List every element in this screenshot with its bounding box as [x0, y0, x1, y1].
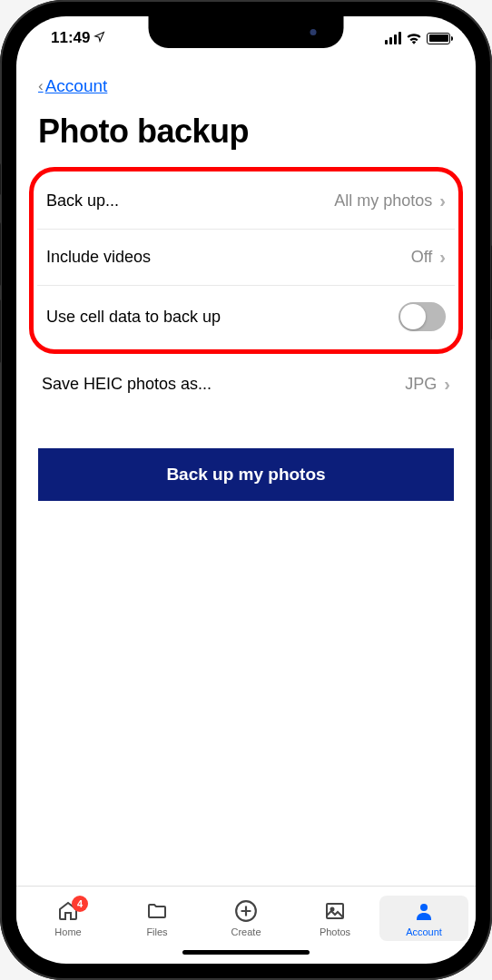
toggle-knob [400, 304, 426, 329]
setting-value: JPG [405, 375, 437, 394]
cell-data-row: Use cell data to back up [37, 286, 455, 348]
tab-label: Home [54, 926, 81, 937]
chevron-right-icon: › [439, 247, 446, 268]
notification-badge: 4 [72, 896, 88, 912]
tab-label: Create [231, 926, 261, 937]
chevron-right-icon: › [444, 374, 450, 395]
battery-icon [427, 33, 450, 44]
setting-value: All my photos [334, 191, 432, 211]
tab-create[interactable]: Create [202, 896, 290, 941]
side-button [0, 222, 1, 286]
cellular-signal-icon [385, 32, 401, 44]
back-navigation: ‹ Account [16, 60, 476, 103]
tab-bar: 4 Home Files Create Photos [16, 886, 476, 943]
setting-value-wrap: All my photos › [334, 191, 446, 211]
plus-circle-icon [233, 899, 259, 923]
status-right [385, 32, 450, 44]
tab-label: Photos [320, 926, 350, 937]
status-left: 11:49 [51, 29, 105, 47]
setting-value: Off [411, 248, 433, 267]
wifi-icon [406, 32, 422, 44]
backup-scope-row[interactable]: Back up... All my photos › [37, 173, 455, 230]
setting-label: Back up... [46, 191, 119, 211]
content-area: ‹ Account Photo backup Back up... All my… [16, 60, 476, 886]
heic-format-row[interactable]: Save HEIC photos as... JPG › [27, 356, 465, 412]
chevron-right-icon: › [439, 191, 446, 211]
side-button [0, 163, 1, 195]
back-link[interactable]: ‹ Account [38, 76, 107, 96]
tab-account[interactable]: Account [379, 896, 468, 941]
cell-data-toggle[interactable] [399, 302, 446, 331]
screen: 11:49 ‹ Account [16, 16, 476, 964]
camera-dot [310, 29, 317, 35]
setting-label: Use cell data to back up [46, 308, 221, 327]
svg-point-3 [420, 904, 428, 911]
tab-photos[interactable]: Photos [290, 896, 379, 941]
phone-frame: 11:49 ‹ Account [0, 0, 492, 980]
home-indicator[interactable] [182, 950, 310, 955]
tab-files[interactable]: Files [113, 896, 202, 941]
button-label: Back up my photos [166, 465, 325, 484]
status-time: 11:49 [51, 29, 90, 47]
setting-label: Save HEIC photos as... [42, 375, 212, 394]
person-icon [411, 899, 437, 923]
folder-icon [144, 899, 170, 923]
setting-label: Include videos [46, 248, 151, 267]
tab-label: Account [406, 926, 442, 937]
notch [149, 16, 344, 48]
page-title: Photo backup [16, 103, 476, 167]
backup-now-button[interactable]: Back up my photos [38, 448, 454, 501]
back-label: Account [45, 76, 108, 96]
setting-value-wrap: JPG › [405, 374, 450, 395]
tab-label: Files [146, 926, 167, 937]
setting-value-wrap: Off › [411, 247, 446, 268]
home-icon: 4 [55, 899, 81, 923]
side-button [0, 299, 1, 363]
settings-list: Back up... All my photos › Include video… [16, 167, 476, 412]
image-icon [322, 899, 348, 923]
chevron-left-icon: ‹ [38, 77, 44, 95]
highlight-annotation: Back up... All my photos › Include video… [29, 167, 463, 354]
location-icon [93, 29, 105, 47]
tab-home[interactable]: 4 Home [24, 896, 113, 941]
include-videos-row[interactable]: Include videos Off › [37, 230, 455, 286]
